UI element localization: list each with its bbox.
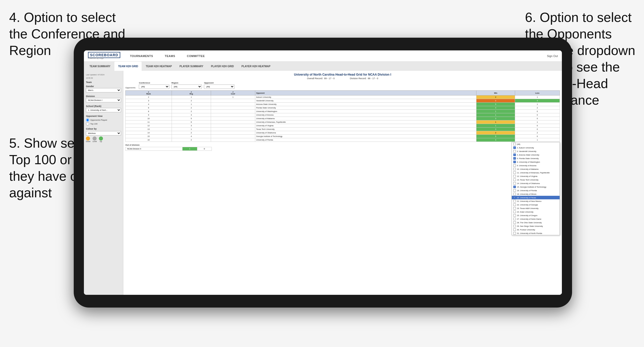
dropdown-item[interactable]: 29. San Diego State University bbox=[512, 224, 560, 228]
dropdown-item[interactable]: 21. University of New Mexico bbox=[512, 199, 560, 203]
dropdown-item[interactable]: ✓15. Georgia Institute of Technology bbox=[512, 185, 560, 189]
radio-opponents-played[interactable]: Opponents Played bbox=[86, 118, 121, 122]
dropdown-item[interactable]: (All) bbox=[512, 142, 560, 146]
cell-opponent: Vanderbilt University bbox=[255, 99, 476, 103]
dropdown-item[interactable]: 27. University of Notre Dame bbox=[512, 217, 560, 221]
dropdown-item[interactable]: 13. Texas Tech University bbox=[512, 178, 560, 182]
cell-rank: 15 bbox=[126, 135, 172, 138]
sidebar-division-select[interactable]: NCAA Division I bbox=[86, 98, 121, 102]
filter-opponent-group: Opponent (All) bbox=[204, 82, 234, 89]
legend-label-up: Up bbox=[99, 141, 103, 142]
tab-team-h2h-grid[interactable]: TEAM H2H GRID bbox=[114, 62, 142, 71]
dropdown-item[interactable]: 28. The Ohio State University bbox=[512, 221, 560, 224]
dropdown-checkbox bbox=[513, 203, 516, 206]
dropdown-item[interactable]: 31. University of North Florida bbox=[512, 231, 560, 235]
cell-loss: 0 bbox=[515, 110, 560, 113]
nav-committee[interactable]: COMMITTEE bbox=[185, 53, 207, 59]
tab-team-summary[interactable]: TEAM SUMMARY bbox=[86, 62, 114, 71]
sidebar-gender-select[interactable]: Men's bbox=[86, 88, 121, 92]
cell-rank: 11 bbox=[126, 120, 172, 124]
out-table: NCAA Division II 1 0 bbox=[125, 147, 212, 151]
dropdown-item-label: 8. University of Washington bbox=[517, 161, 540, 163]
dropdown-item[interactable]: 3. Vanderbilt University bbox=[512, 149, 560, 153]
cell-win: 5 bbox=[476, 103, 515, 106]
cell-opponent: Arizona State University bbox=[255, 103, 476, 106]
dropdown-item[interactable]: 11. University of Arkansas, Fayetteville bbox=[512, 171, 560, 174]
table-row: 9 3 University of Arizona 1 0 bbox=[126, 113, 560, 117]
tab-player-summary[interactable]: PLAYER SUMMARY bbox=[176, 62, 207, 71]
dropdown-item[interactable]: ✓8. University of Washington bbox=[512, 160, 560, 164]
dropdown-item-label: 2. Auburn University bbox=[517, 147, 534, 149]
opponent-dropdown-overlay[interactable]: (All)✓2. Auburn University3. Vanderbilt … bbox=[512, 142, 560, 235]
dropdown-item-label: 6. Florida State University bbox=[517, 157, 539, 160]
cell-opponent: University of Oklahoma bbox=[255, 131, 476, 135]
dropdown-item[interactable]: 18. University of Illinois bbox=[512, 192, 560, 196]
app-logo: SCOREBOARD Powered by Logo bbox=[88, 53, 120, 59]
dropdown-item[interactable]: 24. Duke University bbox=[512, 210, 560, 214]
dropdown-item[interactable]: 14. University of Oklahoma bbox=[512, 182, 560, 185]
cell-loss: 0 bbox=[515, 113, 560, 117]
radio-opponents-played-input[interactable] bbox=[86, 118, 89, 122]
cell-rank: 6 bbox=[126, 106, 172, 110]
col-win: Win bbox=[476, 91, 515, 95]
tab-player-h2h-grid[interactable]: PLAYER H2H GRID bbox=[207, 62, 237, 71]
dropdown-item[interactable]: ✓4. Arizona State University bbox=[512, 153, 560, 157]
sidebar-school-select[interactable]: 1. University of Nort... bbox=[86, 108, 121, 112]
dropdown-item[interactable]: 22. University of Georgia bbox=[512, 203, 560, 206]
cell-loss: 0 bbox=[515, 124, 560, 128]
dropdown-checkbox bbox=[513, 150, 516, 152]
cell-conf bbox=[211, 110, 255, 113]
filter-opponent-select[interactable]: (All) bbox=[204, 85, 234, 89]
cell-reg: 3 bbox=[172, 124, 211, 128]
dropdown-item[interactable]: 30. Purdue University bbox=[512, 228, 560, 231]
cell-conf bbox=[211, 131, 255, 135]
radio-opponents-played-label: Opponents Played bbox=[90, 119, 107, 121]
dropdown-item[interactable]: ✓2. Auburn University bbox=[512, 146, 560, 149]
nav-tournaments[interactable]: TOURNAMENTS bbox=[128, 53, 155, 59]
nav-teams[interactable]: TEAMS bbox=[163, 53, 177, 59]
dropdown-item-label: 21. University of New Mexico bbox=[517, 200, 542, 202]
nav-signout[interactable]: Sign Out bbox=[547, 54, 558, 58]
dropdown-item[interactable]: 16. University of Florida bbox=[512, 189, 560, 192]
main-content: Last Updated: 4/7/2024 16:55:39 Team Gen… bbox=[84, 71, 562, 295]
dropdown-item[interactable]: 10. University of Alabama bbox=[512, 167, 560, 171]
sidebar-colour-select[interactable]: Win/loss bbox=[86, 131, 121, 135]
cell-conf bbox=[211, 117, 255, 120]
dropdown-item[interactable]: 12. University of Virginia bbox=[512, 174, 560, 178]
dropdown-item[interactable]: 9. University of Arizona bbox=[512, 164, 560, 167]
cell-reg: 1 bbox=[172, 95, 211, 99]
dropdown-item-label: 18. University of Illinois bbox=[517, 193, 536, 195]
out-row: NCAA Division II 1 0 bbox=[126, 147, 212, 151]
dropdown-item-label: 24. Duke University bbox=[517, 211, 533, 213]
cell-conf bbox=[211, 135, 255, 138]
dropdown-item[interactable]: ✓6. Florida State University bbox=[512, 157, 560, 160]
dropdown-checkbox bbox=[513, 189, 516, 192]
division-record-value: 88 - 17 - 0 bbox=[368, 77, 378, 80]
dropdown-item[interactable]: ✓20. University of Texas bbox=[512, 196, 560, 199]
cell-reg: 5 bbox=[172, 117, 211, 120]
radio-top100-input[interactable] bbox=[86, 122, 89, 126]
tab-player-h2h-heatmap[interactable]: PLAYER H2H HEATMAP bbox=[238, 62, 274, 71]
cell-opponent: University of Arkansas, Fayetteville bbox=[255, 120, 476, 124]
filter-region-select[interactable]: (All) bbox=[171, 85, 202, 89]
tab-team-h2h-heatmap[interactable]: TEAM H2H HEATMAP bbox=[142, 62, 175, 71]
cell-win: 4 bbox=[476, 106, 515, 110]
dropdown-item[interactable]: 23. Texas A&M University bbox=[512, 206, 560, 210]
cell-loss: 1 bbox=[515, 103, 560, 106]
table-row: 14 2 University of Oklahoma 2 2 bbox=[126, 131, 560, 135]
cell-reg: 2 bbox=[172, 110, 211, 113]
cell-reg: 1 bbox=[172, 128, 211, 131]
cell-win: 1 bbox=[476, 110, 515, 113]
filter-region-group: Region (All) bbox=[171, 82, 202, 89]
dropdown-item[interactable]: 25. University of Oregon bbox=[512, 214, 560, 217]
dropdown-item-label: 4. Arizona State University bbox=[517, 154, 539, 156]
filter-conference-select[interactable]: (All) bbox=[139, 85, 169, 89]
cell-rank: 16 bbox=[126, 138, 172, 142]
cell-win: 1 bbox=[476, 120, 515, 124]
grid-area: University of North Carolina Head-to-Hea… bbox=[123, 71, 562, 295]
radio-top100[interactable]: Top 100 bbox=[86, 122, 121, 126]
cell-opponent: University of Alabama bbox=[255, 117, 476, 120]
app-nav: SCOREBOARD Powered by Logo TOURNAMENTS T… bbox=[84, 50, 562, 62]
cell-conf bbox=[211, 113, 255, 117]
legend-label-level: Level bbox=[93, 141, 97, 142]
